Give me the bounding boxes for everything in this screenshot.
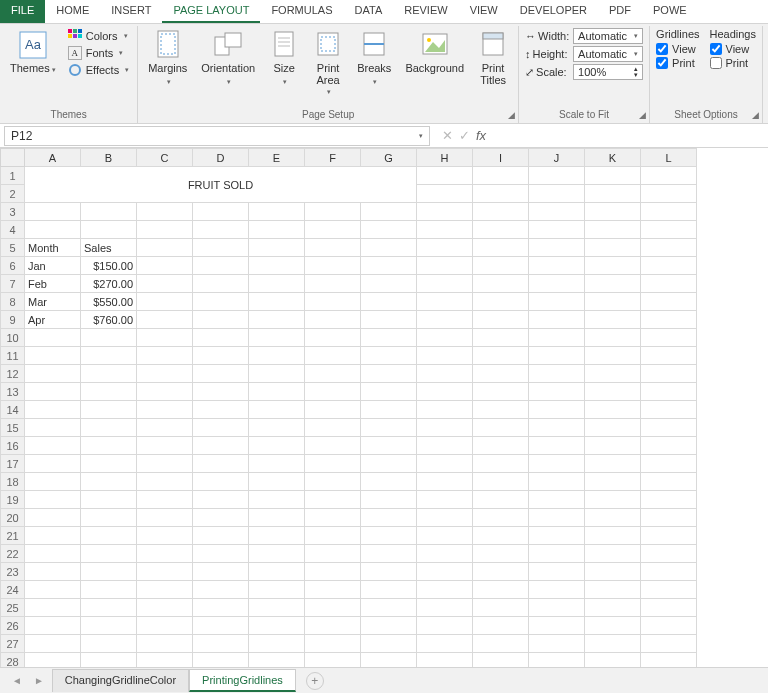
margins-button[interactable]: Margins▾ — [144, 28, 191, 90]
select-all-corner[interactable] — [1, 149, 25, 167]
cell-C13[interactable] — [137, 383, 193, 401]
cell-D10[interactable] — [193, 329, 249, 347]
col-header-I[interactable]: I — [473, 149, 529, 167]
cell-B18[interactable] — [81, 473, 137, 491]
row-header-25[interactable]: 25 — [1, 599, 25, 617]
cell-E17[interactable] — [249, 455, 305, 473]
gridlines-view-checkbox[interactable]: View — [656, 42, 699, 56]
cell-K13[interactable] — [585, 383, 641, 401]
cell-E7[interactable] — [249, 275, 305, 293]
print-area-button[interactable]: Print Area▾ — [309, 28, 347, 98]
themes-button[interactable]: Aa Themes▾ — [6, 28, 60, 78]
cell-D15[interactable] — [193, 419, 249, 437]
cell-H22[interactable] — [417, 545, 473, 563]
row-header-21[interactable]: 21 — [1, 527, 25, 545]
cell-E27[interactable] — [249, 635, 305, 653]
cell-I17[interactable] — [473, 455, 529, 473]
formula-input[interactable] — [494, 127, 762, 145]
cell-J26[interactable] — [529, 617, 585, 635]
breaks-button[interactable]: Breaks▾ — [353, 28, 395, 90]
sheet-tab-changinggridlinecolor[interactable]: ChangingGridlineColor — [52, 669, 189, 692]
cell-F4[interactable] — [305, 221, 361, 239]
orientation-button[interactable]: Orientation▾ — [197, 28, 259, 90]
cell-I23[interactable] — [473, 563, 529, 581]
col-header-B[interactable]: B — [81, 149, 137, 167]
cell-K7[interactable] — [585, 275, 641, 293]
cell-J27[interactable] — [529, 635, 585, 653]
cell-A7[interactable]: Feb — [25, 275, 81, 293]
cell-E18[interactable] — [249, 473, 305, 491]
cell-D7[interactable] — [193, 275, 249, 293]
cell-E19[interactable] — [249, 491, 305, 509]
cell-D23[interactable] — [193, 563, 249, 581]
cell-K23[interactable] — [585, 563, 641, 581]
cell-B25[interactable] — [81, 599, 137, 617]
cell-L14[interactable] — [641, 401, 697, 419]
headings-print-checkbox[interactable]: Print — [710, 56, 756, 70]
cell-I19[interactable] — [473, 491, 529, 509]
name-box[interactable]: P12▾ — [4, 126, 430, 146]
cell-G17[interactable] — [361, 455, 417, 473]
cell-J6[interactable] — [529, 257, 585, 275]
cell-E22[interactable] — [249, 545, 305, 563]
cell-L13[interactable] — [641, 383, 697, 401]
cell-F18[interactable] — [305, 473, 361, 491]
cell-C8[interactable] — [137, 293, 193, 311]
cell-G23[interactable] — [361, 563, 417, 581]
cell-H17[interactable] — [417, 455, 473, 473]
cell-L17[interactable] — [641, 455, 697, 473]
cell-H8[interactable] — [417, 293, 473, 311]
cell-B7[interactable]: $270.00 — [81, 275, 137, 293]
cell-L20[interactable] — [641, 509, 697, 527]
cell-A5[interactable]: Month — [25, 239, 81, 257]
cell-H14[interactable] — [417, 401, 473, 419]
cell-I13[interactable] — [473, 383, 529, 401]
col-header-K[interactable]: K — [585, 149, 641, 167]
tab-pdf[interactable]: PDF — [598, 0, 642, 23]
cell-F5[interactable] — [305, 239, 361, 257]
cell-A20[interactable] — [25, 509, 81, 527]
cell-L27[interactable] — [641, 635, 697, 653]
sheet-nav-prev[interactable]: ◄ — [8, 675, 26, 686]
tab-data[interactable]: DATA — [344, 0, 394, 23]
cell-I5[interactable] — [473, 239, 529, 257]
row-header-15[interactable]: 15 — [1, 419, 25, 437]
cell-I25[interactable] — [473, 599, 529, 617]
tab-page-layout[interactable]: PAGE LAYOUT — [162, 0, 260, 23]
cell-J5[interactable] — [529, 239, 585, 257]
cell-J9[interactable] — [529, 311, 585, 329]
cell-J17[interactable] — [529, 455, 585, 473]
cell-C21[interactable] — [137, 527, 193, 545]
cell-C9[interactable] — [137, 311, 193, 329]
row-header-24[interactable]: 24 — [1, 581, 25, 599]
cell-A6[interactable]: Jan — [25, 257, 81, 275]
tab-powe[interactable]: POWE — [642, 0, 698, 23]
cell-E15[interactable] — [249, 419, 305, 437]
cell-G6[interactable] — [361, 257, 417, 275]
cell-J14[interactable] — [529, 401, 585, 419]
cell-C3[interactable] — [137, 203, 193, 221]
cell-C5[interactable] — [137, 239, 193, 257]
cell-E14[interactable] — [249, 401, 305, 419]
headings-view-checkbox[interactable]: View — [710, 42, 756, 56]
cell-G12[interactable] — [361, 365, 417, 383]
col-header-E[interactable]: E — [249, 149, 305, 167]
cell-I2[interactable] — [473, 185, 529, 203]
cell-E26[interactable] — [249, 617, 305, 635]
cell-A19[interactable] — [25, 491, 81, 509]
cell-J22[interactable] — [529, 545, 585, 563]
cell-B6[interactable]: $150.00 — [81, 257, 137, 275]
cell-H16[interactable] — [417, 437, 473, 455]
cell-F17[interactable] — [305, 455, 361, 473]
cell-L3[interactable] — [641, 203, 697, 221]
colors-button[interactable]: Colors▾ — [66, 28, 131, 44]
cell-K27[interactable] — [585, 635, 641, 653]
cell-L5[interactable] — [641, 239, 697, 257]
cell-A15[interactable] — [25, 419, 81, 437]
cell-K18[interactable] — [585, 473, 641, 491]
row-header-9[interactable]: 9 — [1, 311, 25, 329]
cell-C16[interactable] — [137, 437, 193, 455]
tab-review[interactable]: REVIEW — [393, 0, 458, 23]
cell-K9[interactable] — [585, 311, 641, 329]
row-header-11[interactable]: 11 — [1, 347, 25, 365]
